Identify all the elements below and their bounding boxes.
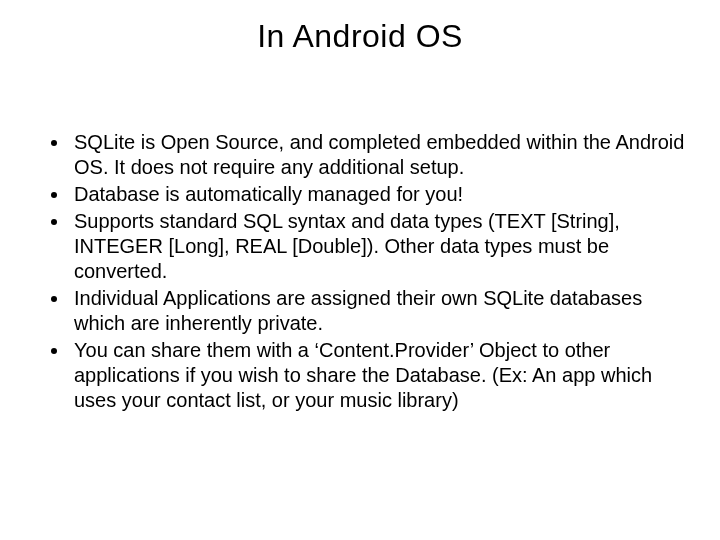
list-item: Supports standard SQL syntax and data ty… xyxy=(70,209,690,284)
slide-title: In Android OS xyxy=(0,0,720,55)
list-item: Database is automatically managed for yo… xyxy=(70,182,690,207)
slide-body: SQLite is Open Source, and completed emb… xyxy=(30,130,690,415)
list-item: SQLite is Open Source, and completed emb… xyxy=(70,130,690,180)
list-item: Individual Applications are assigned the… xyxy=(70,286,690,336)
bullet-list: SQLite is Open Source, and completed emb… xyxy=(30,130,690,413)
list-item: You can share them with a ‘Content.Provi… xyxy=(70,338,690,413)
slide: In Android OS SQLite is Open Source, and… xyxy=(0,0,720,540)
